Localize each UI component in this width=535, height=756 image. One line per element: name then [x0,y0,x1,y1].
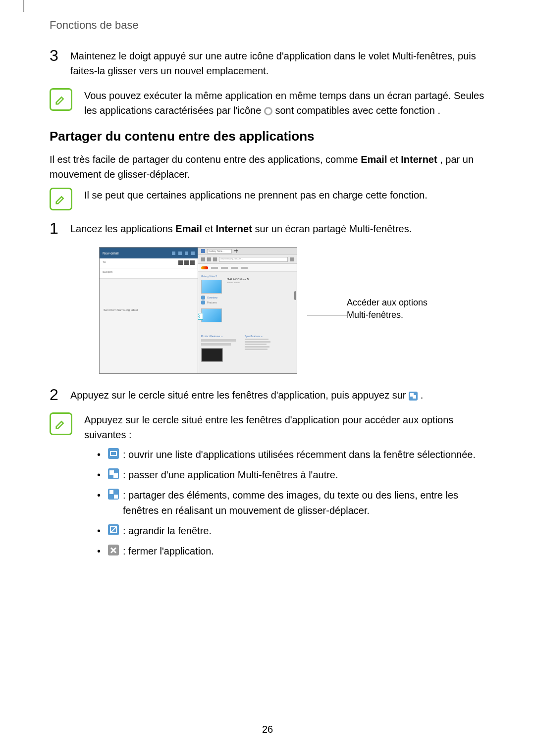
note-1-text: Vous pouvez exécuter la même application… [84,88,490,118]
note-icon [50,188,72,210]
dual-app-icon [264,107,272,115]
page-title: Fonctions de base [50,19,490,32]
email-pane: New email To Subject Sent from Samsung t… [100,248,198,373]
option-swap: : passer d'une application Multi-fenêtre… [97,467,490,483]
expand-icon [108,524,119,535]
page-number: 26 [0,724,535,735]
back-icon [201,257,205,261]
site-banner [198,264,297,272]
home-icon [213,257,217,261]
intro-before: Il est très facile de partager du conten… [50,154,361,165]
step1-bold-internet: Internet [216,223,252,234]
pencil-note-icon [54,417,68,431]
step1-after: sur un écran partagé Multi-fenêtres. [255,223,412,234]
scrollbar [294,291,296,300]
browser-tab: Galaxy Note… [207,249,232,253]
option-close-text: : fermer l'application. [123,546,214,556]
option-swap-text: : passer d'une application Multi-fenêtre… [123,469,338,480]
option-share: : partager des éléments, comme des image… [97,488,490,518]
step2-before: Appuyez sur le cercle situé entre les fe… [70,390,409,401]
option-share-text: : partager des éléments, comme des image… [123,490,458,516]
pencil-note-icon [54,93,68,106]
figure-caption: Accéder aux options Multi-fenêtres. [347,297,441,321]
callout-line [307,315,347,315]
attach-icon [172,252,175,255]
add-tab-icon: + [234,248,238,255]
bookmark-icon [290,257,294,261]
logo-icon [201,266,208,269]
signature-text: Sent from Samsung tablet [100,279,198,311]
url-field: www.samsung.com/us/… [219,257,288,262]
figure-wrap: New email To Subject Sent from Samsung t… [50,247,490,374]
step-3-text: Maintenez le doigt appuyé sur une autre … [70,49,490,78]
swap-icon [108,468,119,479]
step-number-2: 2 [50,387,70,403]
option-recent-apps-text: : ouvrir une liste d'applications utilis… [123,449,476,460]
section-heading: Partager du contenu entre des applicatio… [50,129,490,144]
step1-bold-email: Email [175,223,202,234]
page-edge [23,0,24,12]
step1-before: Lancez les applications [70,223,175,234]
note-3-text: Appuyez sur le cercle situé entre les fe… [84,412,490,442]
recent-apps-icon [108,448,119,459]
option-recent-apps: : ouvrir une liste d'applications utilis… [97,447,490,462]
step1-mid: et [205,223,215,234]
close-icon [108,545,119,555]
send-icon [185,252,188,255]
step2-after: . [421,390,424,401]
step-1-text: Lancez les applications Email et Interne… [70,221,490,236]
intro-mid: et [390,154,401,165]
note-icon [50,88,72,111]
step-2-text: Appuyez sur le cercle situé entre les fe… [70,388,490,403]
to-field: To [100,258,198,268]
page-body: Galaxy Note 3 Overview Features GALAXY N… [198,272,297,366]
tabs-bar: Galaxy Note… + [198,248,297,255]
email-title-label: New email [103,252,119,255]
step-2: 2 Appuyez sur le cercle situé entre les … [50,388,490,403]
multiwindow-handle [198,313,203,320]
favorite-icon [201,249,205,253]
note-1: Vous pouvez exécuter la même application… [50,88,490,118]
option-expand: : agrandir la fenêtre. [97,523,490,539]
note-2: Il se peut que certaines applications ne… [50,188,490,210]
page-content: Fonctions de base 3 Maintenez le doigt a… [0,0,535,564]
options-list: : ouvrir une liste d'applications utilis… [97,447,490,559]
intro-paragraph: Il est très facile de partager du conten… [50,152,490,182]
pencil-note-icon [54,192,68,206]
browser-pane: Galaxy Note… + www.samsung.com/us/… Gala… [198,248,297,373]
note-1-after: sont compatibles avec cette fonction . [275,105,440,116]
share-handle-icon [409,392,418,401]
step-3: 3 Maintenez le doigt appuyé sur une autr… [50,49,490,78]
note-3-body: Appuyez sur le cercle situé entre les fe… [84,412,490,564]
option-expand-text: : agrandir la fenêtre. [123,525,212,536]
share-icon [108,489,119,500]
option-close: : fermer l'application. [97,544,490,559]
step-1: 1 Lancez les applications Email et Inter… [50,221,490,236]
intro-bold-email: Email [361,154,387,165]
intro-bold-internet: Internet [401,154,437,165]
email-toolbar-icons [172,252,195,255]
save-icon [178,252,182,255]
multiwindow-screenshot: New email To Subject Sent from Samsung t… [99,247,297,374]
step-number-3: 3 [50,48,70,63]
fwd-icon [207,257,211,261]
menu-icon [191,252,195,255]
nav-bar: www.samsung.com/us/… [198,255,297,264]
step-number-1: 1 [50,220,70,236]
to-icons [178,260,195,265]
note-2-text: Il se peut que certaines applications ne… [84,188,490,202]
subject-field: Subject [100,268,198,278]
note-icon [50,412,72,435]
email-toolbar: New email [100,248,198,258]
note-3: Appuyez sur le cercle situé entre les fe… [50,412,490,564]
